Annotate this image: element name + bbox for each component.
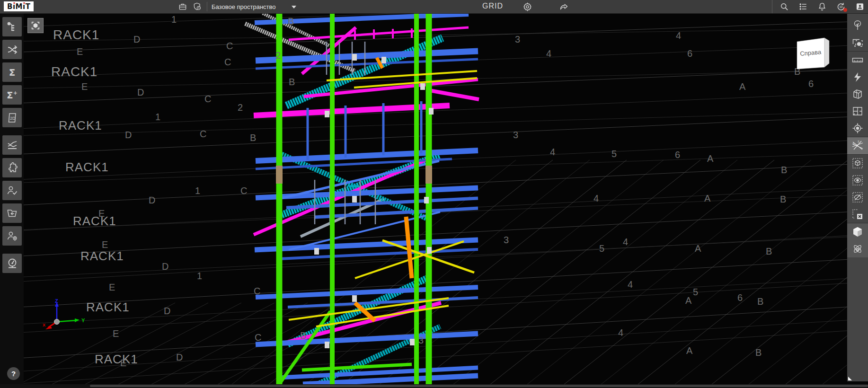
gauge-button[interactable] [2,254,22,273]
steel-tower-model [245,13,479,384]
folder-import-icon [6,207,18,220]
shaded-cube-icon [851,226,864,238]
hide-elements-button[interactable] [847,189,868,206]
eye-hide-icon [851,191,864,203]
notifications-bell-icon [817,2,827,11]
target-locate-button[interactable] [847,120,868,137]
svg-text:2: 2 [858,140,859,143]
right-toolbar: 1 2 [847,13,868,381]
3d-viewport[interactable]: RACK1RACK1RACK1RACK1RACK1RACK1RACK1RACK1… [24,13,847,384]
grid-mode-label[interactable]: GRID [482,2,503,10]
chevron-down-icon[interactable] [292,6,296,9]
topbar-right-group: 10 [772,0,865,13]
show-elements-button[interactable] [847,172,868,189]
share-icon[interactable] [558,1,569,12]
shuffle-icon [6,44,18,56]
focus-model-button[interactable] [27,18,44,33]
plugin-puzzle-button[interactable] [2,158,22,177]
app-logo[interactable]: BıMıT [4,1,34,11]
list-icon[interactable] [798,1,808,12]
settings-gear-icon [523,2,532,12]
sigma-icon: Σ [9,67,16,78]
eye-show-icon [851,174,864,186]
settings-gear-icon[interactable] [522,1,532,12]
view-cube[interactable]: Справа [795,37,832,71]
tree-button[interactable] [847,17,868,34]
shuffle-button[interactable] [2,40,22,59]
cube-section-button[interactable] [847,86,868,103]
chart-lines-button[interactable] [2,135,22,155]
model-3d-canvas [24,13,847,384]
scrollbar-thumb[interactable] [90,385,868,387]
orbit-button[interactable] [847,240,868,257]
workspace-selector[interactable]: Базовое пространство [212,0,276,13]
user-location-icon [6,230,18,242]
notification-red-dot [843,8,847,12]
target-locate-icon [851,122,864,134]
svg-text:10: 10 [839,5,843,9]
clear-selection-button[interactable] [847,206,868,223]
notifications-bell-icon[interactable] [817,1,827,12]
focus-hexagon-icon [30,20,41,31]
search-icon[interactable] [779,1,789,12]
account-badge-icon [855,2,865,11]
floorplan-button[interactable] [847,103,868,120]
svg-text:2D: 2D [10,116,16,121]
sigma-plus-icon: Σ+ [7,89,18,101]
bim-viewer-app: BıMıT Базовое пространство GRID [0,0,868,388]
orbit-icon [851,243,864,255]
view-cube-face: Справа [795,37,832,71]
list-icon [798,2,808,11]
shield-clock-icon [193,2,202,11]
shaded-view-button[interactable] [847,223,868,240]
sigma-button[interactable]: Σ [2,62,22,82]
frame-select-button[interactable] [847,34,868,51]
share-icon [559,2,569,12]
history-rotate-icon[interactable]: 10 [836,1,846,12]
briefcase-icon [178,2,187,11]
floorplan-icon [851,105,864,117]
model-tree-button[interactable] [2,17,22,36]
sigma-plus-button[interactable]: Σ+ [2,85,22,105]
user-check-button[interactable] [2,181,22,200]
grid-axes-icon: 1 2 [851,139,864,152]
tree-icon [851,19,864,32]
folder-import-button[interactable] [2,203,22,223]
clear-selection-icon [851,208,864,220]
account-badge-icon[interactable] [855,1,865,12]
isolate-cube-button[interactable] [847,155,868,172]
gauge-icon [6,257,18,270]
ruler-icon [851,54,864,66]
user-location-button[interactable] [2,226,22,246]
top-toolbar: BıMıT Базовое пространство GRID [0,0,868,14]
grid-axes-button[interactable]: 1 2 [847,137,868,154]
user-check-icon [6,185,18,197]
frame-select-icon [851,36,864,49]
flash-section-button[interactable] [847,69,868,86]
help-button[interactable]: ? [7,367,20,380]
2d-drawing-icon: 2D [6,112,18,124]
briefcase-icon[interactable] [177,1,188,12]
chart-lines-icon [6,139,18,151]
search-icon [779,2,789,11]
left-toolbar: Σ Σ+ 2D [0,13,24,384]
2d-drawing-button[interactable]: 2D [2,108,22,127]
flash-section-icon [851,71,864,83]
plugin-puzzle-icon [6,162,18,174]
cube-dashed-icon [851,157,864,169]
toolbar-divider [207,2,207,11]
horizontal-scrollbar [0,384,868,388]
ruler-button[interactable] [847,52,868,69]
model-tree-icon [6,21,18,33]
shield-clock-icon[interactable] [192,1,203,12]
panel-resize-handle[interactable] [848,377,852,380]
cube-section-icon [851,88,864,100]
